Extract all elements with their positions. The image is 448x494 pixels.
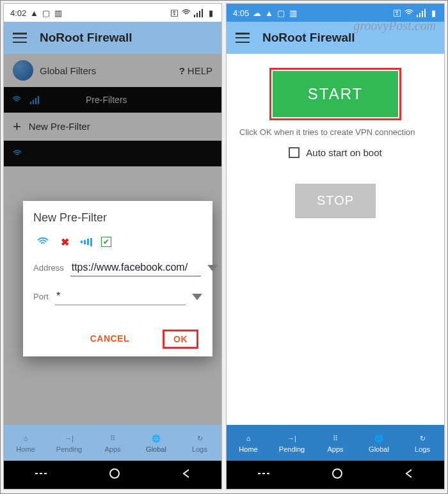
wifi-icon[interactable] <box>36 236 50 248</box>
nav-label: Apps <box>104 445 120 453</box>
nav-label: Home <box>16 445 35 453</box>
auto-start-checkbox[interactable] <box>289 147 300 158</box>
vpn-key-icon: ⚿ <box>392 8 401 17</box>
address-input[interactable] <box>70 259 201 276</box>
back-button[interactable] <box>181 468 191 481</box>
pending-icon: →| <box>63 433 76 444</box>
app-bar: NoRoot Firewall <box>227 22 444 54</box>
nav-apps[interactable]: ⠿ Apps <box>91 425 134 461</box>
nav-pending[interactable]: →| Pending <box>47 425 91 461</box>
nav-global[interactable]: 🌐 Global <box>357 425 401 461</box>
system-nav-bar <box>4 461 221 489</box>
cancel-button[interactable]: CANCEL <box>83 330 137 349</box>
apps-icon: ⠿ <box>329 433 342 444</box>
vpn-key-icon: ⚿ <box>170 8 179 17</box>
chevron-down-icon[interactable] <box>207 265 218 271</box>
nav-label: Pending <box>279 445 305 453</box>
nav-label: Pending <box>56 445 82 453</box>
svg-point-3 <box>110 469 119 478</box>
home-icon: ⌂ <box>19 433 32 444</box>
recent-apps-button[interactable] <box>34 469 48 481</box>
auto-start-label: Auto start on boot <box>306 147 381 158</box>
hamburger-icon[interactable] <box>13 33 27 43</box>
picture-icon: ▢ <box>42 8 51 17</box>
nav-label: Apps <box>327 445 343 453</box>
svg-point-7 <box>333 469 342 478</box>
port-label: Port <box>33 292 49 301</box>
nav-label: Global <box>369 445 389 453</box>
block-icon[interactable]: ✖ <box>58 236 72 248</box>
nav-home[interactable]: ⌂ Home <box>4 425 47 461</box>
hamburger-icon[interactable] <box>236 33 250 43</box>
picture-icon: ▢ <box>276 8 285 17</box>
nav-label: Logs <box>415 445 430 453</box>
signal-icon <box>194 8 203 17</box>
battery-icon: ▮ <box>429 8 438 17</box>
phone-right: 4:05 ☁ ▲ ▢ ▥ ⚿ ▮ NoRoot Firewall <box>226 3 445 490</box>
status-bar: 4:02 ▲ ▢ ▥ ⚿ ▮ <box>4 4 221 22</box>
globe-icon: 🌐 <box>372 433 385 444</box>
picture-icon-2: ▥ <box>54 8 63 17</box>
logs-icon: ↻ <box>416 433 429 444</box>
nav-logs[interactable]: ↻ Logs <box>178 425 221 461</box>
address-label: Address <box>33 263 64 273</box>
nav-home[interactable]: ⌂ Home <box>227 425 270 461</box>
clock-text: 4:05 <box>233 8 249 18</box>
start-button[interactable]: START <box>273 71 398 117</box>
nav-apps[interactable]: ⠿ Apps <box>314 425 357 461</box>
phone-left: 4:02 ▲ ▢ ▥ ⚿ ▮ NoRoot Firewall <box>3 3 222 490</box>
pending-icon: →| <box>285 433 298 444</box>
nav-label: Global <box>146 445 166 453</box>
new-prefilter-dialog: New Pre-Filter ✖ ✔ Address <box>23 201 212 356</box>
stop-button[interactable]: STOP <box>295 184 376 218</box>
app-bar: NoRoot Firewall <box>4 22 221 54</box>
signal-icon[interactable] <box>79 236 93 248</box>
back-button[interactable] <box>404 468 414 481</box>
app-title: NoRoot Firewall <box>40 31 132 45</box>
nav-label: Logs <box>192 445 207 453</box>
app-title: NoRoot Firewall <box>262 31 355 45</box>
status-bar: 4:05 ☁ ▲ ▢ ▥ ⚿ ▮ <box>227 4 444 22</box>
auto-start-row[interactable]: Auto start on boot <box>289 147 381 158</box>
logs-icon: ↻ <box>193 433 206 444</box>
system-nav-bar <box>227 461 444 489</box>
picture-icon-2: ▥ <box>289 8 298 17</box>
home-button[interactable] <box>331 467 344 482</box>
battery-icon: ▮ <box>206 8 215 17</box>
instruction-text: Click OK when it tries to create VPN con… <box>227 127 428 138</box>
nav-logs[interactable]: ↻ Logs <box>401 425 444 461</box>
fire-icon: ▲ <box>29 8 38 17</box>
protocol-selector-row: ✖ ✔ <box>33 236 202 248</box>
recent-apps-button[interactable] <box>257 469 271 481</box>
globe-icon: 🌐 <box>150 433 163 444</box>
nav-pending[interactable]: →| Pending <box>270 425 314 461</box>
apps-icon: ⠿ <box>106 433 119 444</box>
bottom-nav: ⌂ Home →| Pending ⠿ Apps 🌐 Global ↻ Logs <box>4 425 221 461</box>
clock-text: 4:02 <box>10 8 26 18</box>
nav-global[interactable]: 🌐 Global <box>134 425 178 461</box>
signal-icon <box>417 8 426 17</box>
ok-button[interactable]: OK <box>163 330 198 349</box>
chevron-down-icon[interactable] <box>192 294 202 300</box>
wifi-icon <box>182 8 191 17</box>
nav-label: Home <box>239 445 257 453</box>
port-input[interactable] <box>55 288 186 305</box>
cloud-icon: ☁ <box>252 8 261 17</box>
allow-icon[interactable]: ✔ <box>101 237 111 247</box>
wifi-icon <box>404 8 413 17</box>
bottom-nav: ⌂ Home →| Pending ⠿ Apps 🌐 Global ↻ Logs <box>227 425 444 461</box>
home-button[interactable] <box>108 467 121 482</box>
home-icon: ⌂ <box>242 433 255 444</box>
fire-icon: ▲ <box>264 8 273 17</box>
start-highlight-box: START <box>269 68 401 120</box>
dialog-title: New Pre-Filter <box>33 211 202 225</box>
